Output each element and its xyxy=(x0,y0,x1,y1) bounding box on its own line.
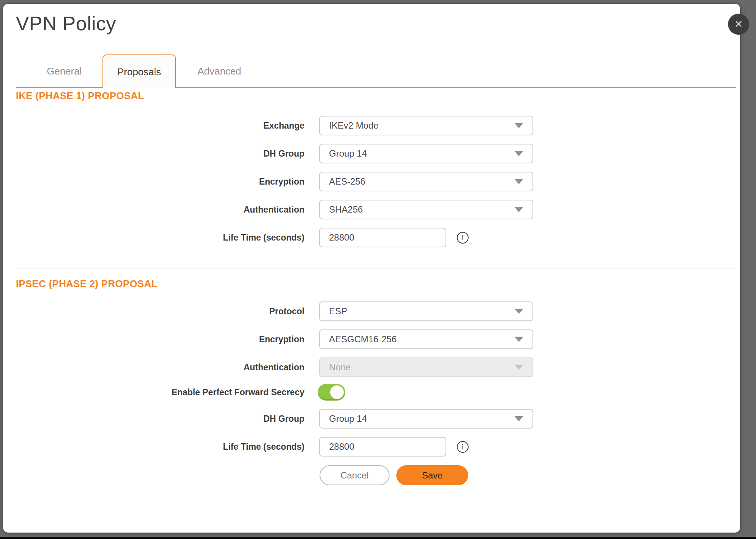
chevron-down-icon xyxy=(514,365,523,370)
ike-section-heading: IKE (PHASE 1) PROPOSAL xyxy=(16,90,144,102)
screen: VPN Policy ✕ GeneralProposalsAdvanced IK… xyxy=(0,0,756,539)
field-label-dh-group: DH Group xyxy=(16,144,304,163)
ike-exchange-select[interactable]: IKEv2 Mode xyxy=(319,116,533,135)
selected-value: Group 14 xyxy=(329,413,367,424)
ike-dh-group-select[interactable]: Group 14 xyxy=(319,144,533,163)
ipsec-enable-perfect-forward-secrecy-toggle[interactable] xyxy=(318,384,345,401)
close-icon: ✕ xyxy=(734,19,743,30)
chevron-down-icon xyxy=(514,416,523,421)
toggle-knob xyxy=(330,385,344,399)
info-icon[interactable]: i xyxy=(457,441,469,453)
ipsec-dh-group-select[interactable]: Group 14 xyxy=(319,409,533,429)
selected-value: AESGCM16-256 xyxy=(329,334,397,345)
cancel-button[interactable]: Cancel xyxy=(320,465,390,485)
chevron-down-icon xyxy=(514,179,523,184)
section-divider xyxy=(16,269,736,269)
field-label-authentication: Authentication xyxy=(16,200,304,219)
ike-life-time-seconds-input[interactable] xyxy=(319,228,446,247)
bottom-edge xyxy=(0,537,756,539)
dialog-title: VPN Policy xyxy=(16,12,116,35)
selected-value: ESP xyxy=(329,306,347,317)
field-label-life-time-seconds: Life Time (seconds) xyxy=(16,437,304,457)
ipsec-encryption-select[interactable]: AESGCM16-256 xyxy=(319,329,533,349)
field-label-encryption: Encryption xyxy=(16,172,304,191)
ipsec-authentication-select[interactable]: None xyxy=(319,357,533,377)
save-button[interactable]: Save xyxy=(396,465,468,485)
selected-value: SHA256 xyxy=(329,204,363,215)
selected-value: IKEv2 Mode xyxy=(329,120,379,131)
field-label-authentication: Authentication xyxy=(16,357,304,377)
chevron-down-icon xyxy=(514,309,523,314)
selected-value: Group 14 xyxy=(329,148,367,159)
selected-value: None xyxy=(329,362,351,373)
selected-value: AES-256 xyxy=(329,176,365,187)
ipsec-life-time-seconds-input[interactable] xyxy=(319,437,446,457)
field-label-exchange: Exchange xyxy=(16,116,304,135)
ike-authentication-select[interactable]: SHA256 xyxy=(319,200,533,219)
field-label-life-time-seconds: Life Time (seconds) xyxy=(16,228,304,247)
info-icon[interactable]: i xyxy=(457,232,469,244)
ike-encryption-select[interactable]: AES-256 xyxy=(319,172,533,191)
chevron-down-icon xyxy=(514,151,523,156)
tab-advanced[interactable]: Advanced xyxy=(183,54,255,88)
close-button[interactable]: ✕ xyxy=(728,14,749,35)
field-label-encryption: Encryption xyxy=(16,329,304,349)
field-label-dh-group: DH Group xyxy=(16,409,304,429)
field-label-enable-perfect-forward-secrecy: Enable Perfect Forward Secrecy xyxy=(16,384,304,401)
ipsec-section-heading: IPSEC (PHASE 2) PROPOSAL xyxy=(16,278,157,290)
tab-proposals[interactable]: Proposals xyxy=(102,54,176,88)
tab-general[interactable]: General xyxy=(28,54,100,88)
field-label-protocol: Protocol xyxy=(16,301,304,321)
chevron-down-icon xyxy=(514,337,523,342)
chevron-down-icon xyxy=(514,123,523,128)
chevron-down-icon xyxy=(514,207,523,212)
ipsec-protocol-select[interactable]: ESP xyxy=(319,301,533,321)
